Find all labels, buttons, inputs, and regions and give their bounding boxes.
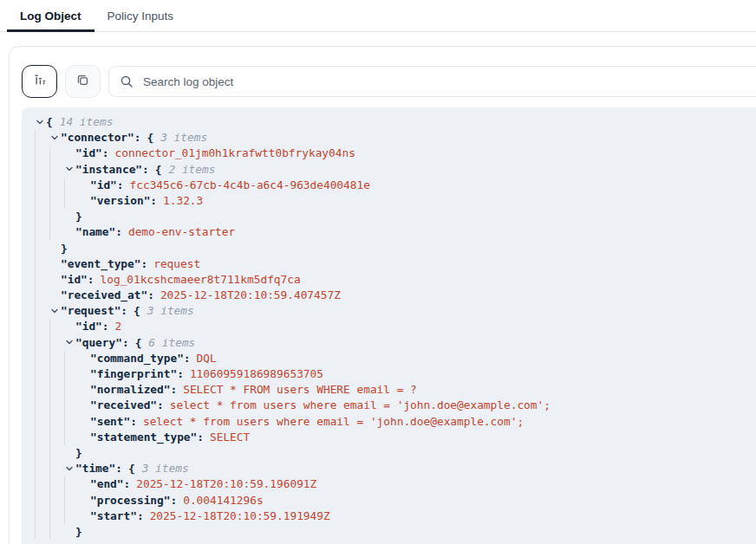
indent-guide bbox=[49, 366, 50, 382]
json-key: "instance": bbox=[75, 163, 149, 176]
json-row: } bbox=[36, 209, 756, 224]
indent-guide bbox=[49, 209, 50, 224]
json-row: {14 items bbox=[36, 114, 756, 130]
indent-guide bbox=[64, 414, 65, 430]
json-key: "connector": bbox=[61, 131, 140, 144]
json-item-count: 3 items bbox=[147, 304, 194, 317]
json-open-brace: { bbox=[134, 304, 140, 317]
json-value: demo-env-starter bbox=[128, 225, 235, 238]
indent-guide bbox=[35, 256, 36, 272]
indent-guide bbox=[35, 382, 36, 398]
indent-guide bbox=[35, 461, 36, 476]
indent-guide bbox=[35, 445, 36, 461]
json-open-brace: { bbox=[128, 462, 135, 475]
json-value: fcc345c6-67cb-4c4b-a6c4-963de400481e bbox=[130, 178, 370, 191]
indent-guide bbox=[64, 178, 65, 193]
json-close-brace: } bbox=[75, 525, 82, 538]
indent-guide bbox=[49, 382, 50, 398]
json-open-brace: { bbox=[155, 163, 162, 176]
caret-down-icon[interactable] bbox=[65, 335, 75, 351]
caret-down-icon[interactable] bbox=[36, 114, 46, 130]
json-key: "sent": bbox=[90, 415, 137, 428]
json-key: "request": bbox=[61, 304, 127, 317]
json-key: "command_type": bbox=[90, 352, 191, 365]
json-value: select * from users where email = 'john.… bbox=[143, 415, 524, 428]
json-row: "start":2025-12-18T20:10:59.191949Z bbox=[36, 508, 756, 524]
json-row: "time":{3 items bbox=[36, 461, 756, 476]
indent-guide bbox=[35, 162, 36, 178]
json-value: DQL bbox=[197, 352, 217, 365]
indent-guide bbox=[64, 351, 65, 366]
json-row: "statement_type":SELECT bbox=[36, 430, 756, 445]
indent-guide bbox=[49, 476, 50, 492]
json-key: "start": bbox=[90, 509, 144, 522]
indent-guide bbox=[49, 524, 50, 540]
indent-guide bbox=[49, 414, 50, 430]
json-row: } bbox=[36, 524, 756, 540]
indent-guide bbox=[64, 398, 65, 413]
copy-button[interactable] bbox=[65, 65, 101, 98]
indent-guide bbox=[49, 398, 50, 413]
json-value: select * from users where email = 'john.… bbox=[170, 398, 551, 411]
json-key: "version": bbox=[90, 194, 157, 207]
indent-guide bbox=[49, 319, 50, 334]
json-key: "id": bbox=[75, 320, 109, 333]
json-value: connector_01jm0h1krafwtt0bfrykay04ns bbox=[115, 146, 355, 159]
json-key: "processing": bbox=[90, 494, 177, 507]
caret-down-icon[interactable] bbox=[50, 130, 61, 146]
json-item-count: 6 items bbox=[148, 336, 195, 349]
json-close-brace: } bbox=[61, 242, 68, 255]
json-row: "query":{6 items bbox=[36, 335, 756, 351]
json-key: "received": bbox=[90, 398, 164, 411]
json-viewer: {14 items"connector":{3 items"id":connec… bbox=[22, 107, 756, 544]
search-box bbox=[108, 66, 756, 97]
json-row: "sent":select * from users where email =… bbox=[36, 414, 756, 430]
indent-guide bbox=[35, 524, 36, 540]
indent-guide bbox=[49, 445, 50, 461]
json-close-brace: } bbox=[75, 446, 82, 459]
indent-guide bbox=[35, 351, 36, 366]
search-input[interactable] bbox=[141, 74, 756, 89]
indent-guide bbox=[35, 335, 36, 351]
json-item-count: 2 items bbox=[168, 163, 215, 176]
tree-view-icon bbox=[33, 73, 47, 90]
json-value: 2 bbox=[115, 320, 122, 333]
indent-guide bbox=[64, 193, 65, 209]
json-value: 2025-12-18T20:10:59.191949Z bbox=[150, 509, 330, 522]
tab-bar: Log Object Policy Inputs bbox=[0, 0, 756, 32]
indent-guide bbox=[49, 430, 50, 445]
json-item-count: 14 items bbox=[60, 115, 114, 128]
indent-guide bbox=[35, 209, 36, 224]
json-key: "end": bbox=[90, 477, 130, 490]
json-row: "name":demo-env-starter bbox=[36, 224, 756, 240]
json-row: "end":2025-12-18T20:10:59.196091Z bbox=[36, 476, 756, 492]
json-value: request bbox=[153, 257, 200, 270]
caret-down-icon[interactable] bbox=[65, 162, 75, 178]
json-row: } bbox=[36, 241, 756, 256]
search-icon bbox=[120, 74, 134, 88]
indent-guide bbox=[35, 178, 36, 193]
json-key: "query": bbox=[75, 336, 129, 349]
indent-guide bbox=[35, 508, 36, 524]
json-key: "id": bbox=[75, 146, 109, 159]
tree-view-button[interactable] bbox=[22, 65, 57, 98]
json-row: "received_at":2025-12-18T20:10:59.407457… bbox=[36, 288, 756, 303]
tab-policy-inputs[interactable]: Policy Inputs bbox=[94, 0, 187, 32]
json-row: "processing":0.004141296s bbox=[36, 493, 756, 508]
json-tree: {14 items"connector":{3 items"id":connec… bbox=[36, 114, 756, 540]
json-open-brace: { bbox=[135, 336, 142, 349]
indent-guide bbox=[35, 224, 36, 240]
json-row: "event_type":request bbox=[36, 256, 756, 272]
json-value: 2025-12-18T20:10:59.407457Z bbox=[160, 288, 341, 301]
indent-guide bbox=[35, 398, 36, 413]
json-open-brace: { bbox=[147, 131, 153, 144]
indent-guide bbox=[49, 146, 50, 161]
indent-guide bbox=[64, 366, 65, 382]
indent-guide bbox=[35, 319, 36, 334]
caret-down-icon[interactable] bbox=[65, 461, 75, 476]
indent-guide bbox=[35, 288, 36, 303]
json-row: "id":connector_01jm0h1krafwtt0bfrykay04n… bbox=[36, 146, 756, 161]
json-row: "command_type":DQL bbox=[36, 351, 756, 366]
tab-log-object[interactable]: Log Object bbox=[7, 0, 94, 32]
caret-down-icon[interactable] bbox=[50, 303, 61, 319]
